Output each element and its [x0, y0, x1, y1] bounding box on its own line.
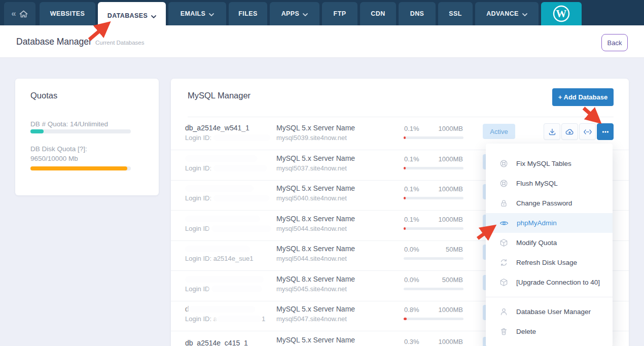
tab-wordpress[interactable]: W: [541, 2, 582, 25]
trash-icon: [499, 327, 508, 336]
menu-item-refresh-disk-usage[interactable]: Refresh Disk Usage: [486, 253, 613, 272]
db-name: [185, 154, 257, 162]
menu-item-change-password[interactable]: Change Password: [486, 193, 613, 213]
quota-size: 1000MB: [422, 338, 463, 345]
server-host: mysql5044.site4now.net: [276, 255, 347, 262]
db-name: [185, 275, 264, 283]
tab-ssl[interactable]: SSL: [438, 2, 473, 25]
lifebuoy-icon: [499, 159, 508, 168]
menu-item-fix-mysql-tables[interactable]: Fix MySQL Tables: [486, 154, 613, 174]
quota-size: 50MB: [422, 246, 463, 253]
usage-percent: 0.0%: [404, 246, 419, 253]
table-divider: [188, 117, 614, 117]
redacted-text: [217, 316, 262, 322]
breadcrumb: Current Databases: [95, 40, 145, 46]
db-login: Login ID: [185, 225, 271, 232]
usage-bar-fill: [404, 136, 406, 139]
add-database-button[interactable]: + Add Database: [552, 88, 614, 106]
usage-percent: 0.1%: [404, 216, 419, 223]
server-host: mysql5044.site4now.net: [276, 225, 347, 232]
quota-size: 1000MB: [422, 125, 463, 132]
db-count-quota-fill: [30, 129, 44, 133]
redacted-text: [185, 155, 257, 162]
usage-percent: 0.3%: [404, 338, 419, 345]
usage-percent: 0.0%: [404, 276, 419, 284]
status-badge: Active: [483, 124, 515, 139]
db-login: Login ID:: [185, 134, 270, 142]
redacted-text: [185, 185, 254, 192]
menu-item-phpmyadmin[interactable]: phpMyAdmin: [486, 213, 613, 233]
download-icon: [548, 127, 557, 136]
chevron-down-icon: [151, 13, 156, 20]
redacted-text: [189, 306, 255, 313]
tab-apps[interactable]: APPS: [270, 2, 319, 25]
db-login: Login ID: [185, 285, 262, 293]
quota-size: 1000MB: [422, 185, 463, 193]
refresh-icon: [499, 258, 508, 267]
usage-bar-fill: [404, 167, 406, 169]
db-login: Login ID:: [185, 164, 267, 172]
server-host: mysql5037.site4now.net: [276, 164, 347, 172]
usage-bar: [404, 288, 463, 290]
db-login: Login ID: a2514e_sue1: [185, 255, 253, 262]
redacted-text: [213, 165, 267, 171]
menu-item-database-user-manager[interactable]: Database User Manager: [486, 302, 613, 322]
redacted-text: [213, 134, 270, 141]
db-disk-quota-bar: [30, 166, 131, 170]
db-login: Login ID: a1: [185, 315, 265, 323]
usage-bar: [404, 136, 463, 139]
tab-cdn[interactable]: CDN: [360, 2, 396, 25]
db-count-quota-label: DB # Quota: 14/Unlimited: [30, 120, 108, 128]
cube-icon: [499, 238, 508, 247]
menu-item-upgrade-connection[interactable]: [Upgrade Connection to 40]: [486, 272, 613, 292]
page-title: Database Manager: [16, 37, 92, 47]
redacted-text: [211, 286, 262, 292]
server-name: MySQL 5.x Server Name: [276, 305, 355, 313]
menu-item-flush-mysql[interactable]: Flush MySQL: [486, 174, 613, 193]
nav-home-button[interactable]: «: [4, 2, 35, 25]
tab-ftp[interactable]: FTP: [322, 2, 357, 25]
quota-size: 1000MB: [422, 306, 463, 314]
redacted-text: [211, 225, 271, 232]
server-name: MySQL 5.x Server Name: [276, 124, 355, 132]
tab-advance[interactable]: ADVANCE: [475, 2, 539, 25]
backup-download-button[interactable]: [544, 123, 560, 140]
menu-item-delete[interactable]: Delete: [486, 322, 613, 341]
redacted-text: [185, 216, 260, 222]
tab-dns[interactable]: DNS: [399, 2, 436, 25]
usage-bar: [404, 167, 463, 169]
tab-databases[interactable]: DATABASES: [98, 2, 166, 29]
quotas-title: Quotas: [30, 91, 57, 100]
usage-bar-fill: [404, 197, 406, 199]
server-host: mysql5039.site4now.net: [276, 134, 347, 142]
db-disk-quota-fill: [30, 166, 127, 170]
quota-size: 500MB: [422, 276, 463, 284]
connection-string-button[interactable]: [579, 123, 596, 140]
code-icon: [583, 127, 592, 136]
cloud-upload-icon: [565, 127, 575, 136]
tab-files[interactable]: FILES: [229, 2, 267, 25]
db-login: Login ID:: [185, 194, 269, 202]
server-host: mysql5040.site4now.net: [276, 194, 347, 202]
tab-websites[interactable]: WEBSITES: [40, 2, 95, 25]
chevron-down-icon: [303, 11, 308, 18]
server-name: MySQL 5.x Server Name: [276, 154, 355, 162]
tab-emails[interactable]: EMAILS: [168, 2, 226, 25]
more-actions-button[interactable]: [597, 123, 614, 140]
db-name: d: [185, 305, 255, 313]
db-name: db_a2514e_w541_1: [185, 124, 249, 132]
db-name: [185, 215, 260, 223]
back-button[interactable]: Back: [601, 34, 628, 51]
collapse-sidebar-icon[interactable]: «: [11, 9, 15, 19]
db-name: db_a2514e_c415_1: [185, 339, 248, 346]
db-name: [185, 245, 250, 253]
server-name: MySQL 5.x Server Name: [276, 184, 355, 192]
home-icon[interactable]: [19, 10, 28, 18]
redacted-text: [185, 246, 250, 252]
usage-bar-fill: [404, 227, 406, 230]
restore-upload-button[interactable]: [561, 123, 578, 140]
redacted-text: [185, 276, 264, 283]
usage-bar: [404, 197, 463, 199]
db-disk-quota-value: 9650/10000 Mb: [30, 155, 78, 162]
menu-item-modify-quota[interactable]: Modify Quota: [486, 233, 613, 253]
